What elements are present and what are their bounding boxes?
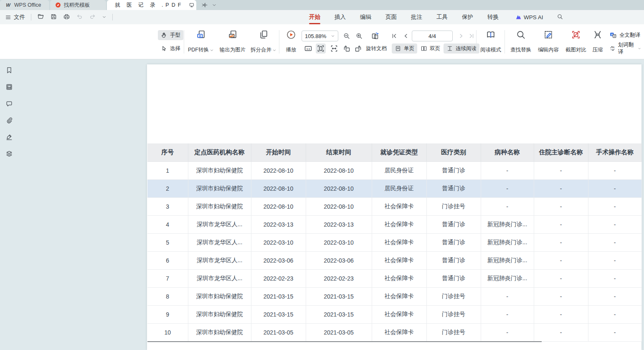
find-replace-button[interactable]: 查找替换 <box>508 28 534 55</box>
find-replace-label: 查找替换 <box>510 46 531 54</box>
chevron-down-icon <box>638 46 641 51</box>
select-tool-button[interactable]: 选择 <box>158 43 183 54</box>
chevron-down-icon <box>331 34 335 38</box>
menu-tab-edit[interactable]: 编辑 <box>359 12 372 23</box>
menu-tab-convert[interactable]: 转换 <box>487 12 499 23</box>
undo-button[interactable] <box>76 13 83 22</box>
actual-size-button[interactable]: 1:1 <box>303 43 313 54</box>
one-to-one-icon: 1:1 <box>304 44 312 53</box>
table-cell: 6 <box>147 251 188 269</box>
rotate-doc-label[interactable]: 旋转文档 <box>366 43 387 54</box>
divider <box>31 14 31 20</box>
pdf-convert-label: PDF转换 <box>188 46 209 54</box>
hand-tool-button[interactable]: 手型 <box>158 30 183 40</box>
export-image-button[interactable]: 输出为图片 <box>217 28 248 55</box>
tab-monitor-icon[interactable] <box>188 1 195 9</box>
read-mode-button[interactable]: 阅读模式 <box>479 28 503 55</box>
menu-tab-insert[interactable]: 插入 <box>334 12 347 23</box>
edit-content-label: 编辑内容 <box>538 46 559 54</box>
last-page-button[interactable] <box>467 31 477 41</box>
quick-access-chevron-icon[interactable] <box>102 13 106 21</box>
full-translate-button[interactable]: A 字 全文翻译 <box>606 30 643 40</box>
table-row: 7深圳市龙华区人...2022-02-232022-02-23社会保障卡普通门诊… <box>147 269 641 287</box>
table-cell: 2022-08-10 <box>251 197 306 215</box>
comment-icon <box>5 100 13 107</box>
menu-tab-home[interactable]: 开始 <box>308 12 321 23</box>
table-cell: - <box>534 305 588 323</box>
edit-content-button[interactable]: 编辑内容 <box>535 28 561 55</box>
thumbnails-panel-button[interactable] <box>5 83 13 91</box>
menu-tab-comment[interactable]: 批注 <box>410 12 423 23</box>
full-translate-label: 全文翻译 <box>619 32 640 39</box>
docer-logo-icon <box>55 2 61 8</box>
tab-list-chevron-icon[interactable] <box>210 1 218 9</box>
tab-docer-templates[interactable]: 找稻壳模板 <box>50 0 106 10</box>
table-cell: 2022-03-10 <box>251 233 306 251</box>
rotate-right-button[interactable] <box>353 43 363 54</box>
play-icon <box>286 30 296 40</box>
menu-tab-protect[interactable]: 保护 <box>461 12 474 23</box>
next-page-button[interactable] <box>456 31 466 41</box>
previous-page-button[interactable] <box>401 31 411 41</box>
first-page-icon <box>391 33 398 39</box>
table-cell: 2022-03-06 <box>306 251 372 269</box>
layers-panel-button[interactable] <box>5 150 13 158</box>
new-tab-button[interactable] <box>201 1 209 9</box>
zoom-level-combo[interactable]: 105.88% <box>302 31 338 41</box>
reflow-pages-button[interactable] <box>370 31 380 41</box>
table-cell: 新冠肺炎门诊... <box>481 215 534 233</box>
fit-width-button[interactable] <box>329 43 339 54</box>
table-cell: 2 <box>147 179 188 197</box>
menu-tab-page[interactable]: 页面 <box>385 12 398 23</box>
split-merge-button[interactable]: 拆分合并 <box>250 28 277 55</box>
signature-panel-button[interactable] <box>5 133 13 141</box>
table-cell: 2021-03-15 <box>306 287 372 305</box>
continuous-read-button[interactable]: 连续阅读 <box>444 43 479 54</box>
menu-search-button[interactable] <box>557 13 563 21</box>
table-cell: 新冠肺炎门诊... <box>481 269 534 287</box>
single-page-label: 单页 <box>404 45 414 52</box>
menu-tab-tools[interactable]: 工具 <box>436 12 449 23</box>
open-file-button[interactable] <box>37 13 44 22</box>
save-button[interactable] <box>50 13 57 22</box>
file-menu-label: 文件 <box>14 13 25 21</box>
tab-wps-home[interactable]: W WPS Office <box>0 0 49 10</box>
table-cell: 2022-03-06 <box>251 251 306 269</box>
table-row: 2深圳市妇幼保健院2022-08-102022-08-10居民身份证普通门诊--… <box>147 179 641 197</box>
page-number-input[interactable] <box>412 31 453 41</box>
rotate-left-button[interactable] <box>342 43 352 54</box>
table-cell: 深圳市龙华区人... <box>188 215 251 233</box>
table-cell: 2022-03-13 <box>251 215 306 233</box>
printer-icon <box>63 13 70 20</box>
single-page-button[interactable]: 单页 <box>392 43 417 54</box>
layers-icon <box>5 150 13 158</box>
word-translate-button[interactable]: A x 划词翻译 <box>606 43 644 54</box>
tab-document-pdf[interactable]: P 就 医 记 录 .PDF <box>107 0 196 10</box>
print-button[interactable] <box>63 13 70 22</box>
play-label: 播放 <box>286 46 297 54</box>
comments-panel-button[interactable] <box>5 100 13 107</box>
pdf-convert-button[interactable]: W PDF转换 <box>187 28 215 55</box>
play-slideshow-button[interactable]: 播放 <box>282 28 300 55</box>
continuous-scroll-icon <box>446 45 453 52</box>
wps-ai-button[interactable]: WPS AI <box>515 14 543 20</box>
column-header: 手术操作名称 <box>588 143 641 161</box>
screenshot-compare-button[interactable]: 截图对比 <box>563 28 589 55</box>
table-cell: 社会保障卡 <box>372 251 426 269</box>
zoom-out-button[interactable] <box>342 31 352 41</box>
file-menu-button[interactable]: 文件 <box>5 13 25 21</box>
double-page-icon <box>421 45 427 52</box>
redo-button[interactable] <box>89 13 96 22</box>
first-page-button[interactable] <box>389 31 399 41</box>
pdf-page[interactable]: 序号定点医药机构名称开始时间结束时间就诊凭证类型医疗类别病种名称住院主诊断名称手… <box>147 64 641 350</box>
compress-button[interactable]: 压缩 <box>590 28 606 55</box>
zoom-in-button[interactable] <box>354 31 364 41</box>
table-cell: 深圳市妇幼保健院 <box>188 305 251 323</box>
fit-page-button[interactable] <box>316 43 326 54</box>
full-translate-icon: A 字 <box>609 31 617 39</box>
bookmarks-panel-button[interactable] <box>5 66 13 74</box>
table-cell: 深圳市龙华区人... <box>188 251 251 269</box>
attachments-panel-button[interactable] <box>5 117 13 124</box>
paperclip-icon <box>5 117 13 124</box>
table-cell: 2022-03-10 <box>306 233 372 251</box>
